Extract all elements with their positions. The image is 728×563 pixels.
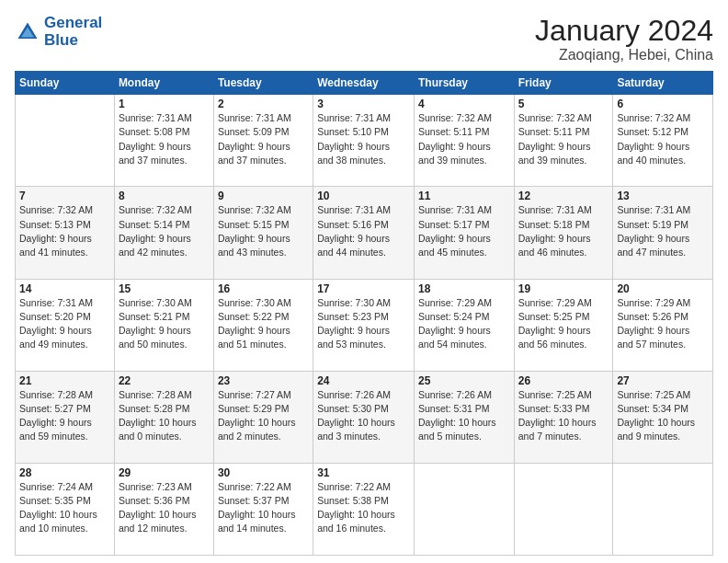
day-number-22: 22: [119, 374, 210, 387]
day-number-1: 1: [119, 98, 210, 110]
calendar-cell-w3-d6: 27Sunrise: 7:25 AM Sunset: 5:34 PM Dayli…: [613, 371, 713, 463]
day-number-15: 15: [119, 282, 210, 295]
day-info-16: Sunrise: 7:30 AM Sunset: 5:22 PM Dayligh…: [218, 296, 309, 352]
calendar-cell-w0-d1: 1Sunrise: 7:31 AM Sunset: 5:08 PM Daylig…: [114, 95, 213, 187]
calendar-cell-w1-d2: 9Sunrise: 7:32 AM Sunset: 5:15 PM Daylig…: [213, 187, 313, 279]
day-number-21: 21: [19, 374, 110, 387]
calendar-cell-w4-d0: 28Sunrise: 7:24 AM Sunset: 5:35 PM Dayli…: [16, 463, 115, 555]
day-number-30: 30: [218, 466, 309, 479]
day-info-31: Sunrise: 7:22 AM Sunset: 5:38 PM Dayligh…: [317, 480, 410, 536]
calendar-cell-w1-d1: 8Sunrise: 7:32 AM Sunset: 5:14 PM Daylig…: [114, 187, 213, 279]
day-info-9: Sunrise: 7:32 AM Sunset: 5:15 PM Dayligh…: [218, 203, 309, 259]
day-number-24: 24: [317, 374, 410, 387]
day-number-26: 26: [518, 374, 609, 387]
calendar-cell-w3-d2: 23Sunrise: 7:27 AM Sunset: 5:29 PM Dayli…: [213, 371, 313, 463]
day-info-30: Sunrise: 7:22 AM Sunset: 5:37 PM Dayligh…: [218, 480, 309, 536]
calendar-cell-w4-d3: 31Sunrise: 7:22 AM Sunset: 5:38 PM Dayli…: [313, 463, 415, 555]
day-info-4: Sunrise: 7:32 AM Sunset: 5:11 PM Dayligh…: [418, 111, 510, 167]
calendar-cell-w2-d3: 17Sunrise: 7:30 AM Sunset: 5:23 PM Dayli…: [313, 279, 415, 371]
day-number-3: 3: [317, 98, 410, 110]
day-number-18: 18: [418, 282, 510, 295]
header-monday: Monday: [114, 72, 213, 95]
calendar-cell-w4-d2: 30Sunrise: 7:22 AM Sunset: 5:37 PM Dayli…: [213, 463, 313, 555]
calendar-cell-w2-d2: 16Sunrise: 7:30 AM Sunset: 5:22 PM Dayli…: [213, 279, 313, 371]
day-info-25: Sunrise: 7:26 AM Sunset: 5:31 PM Dayligh…: [418, 388, 510, 444]
calendar-cell-w2-d4: 18Sunrise: 7:29 AM Sunset: 5:24 PM Dayli…: [414, 279, 514, 371]
calendar-cell-w3-d5: 26Sunrise: 7:25 AM Sunset: 5:33 PM Dayli…: [514, 371, 613, 463]
calendar-cell-w4-d5: [514, 463, 613, 555]
calendar-cell-w1-d0: 7Sunrise: 7:32 AM Sunset: 5:13 PM Daylig…: [16, 187, 115, 279]
day-number-11: 11: [418, 190, 510, 202]
day-number-23: 23: [218, 374, 309, 387]
day-info-29: Sunrise: 7:23 AM Sunset: 5:36 PM Dayligh…: [119, 480, 210, 536]
day-number-19: 19: [518, 282, 609, 295]
day-number-5: 5: [518, 98, 609, 110]
calendar-cell-w2-d6: 20Sunrise: 7:29 AM Sunset: 5:26 PM Dayli…: [613, 279, 713, 371]
day-number-2: 2: [218, 98, 309, 110]
day-number-27: 27: [617, 374, 709, 387]
header-sunday: Sunday: [16, 72, 115, 95]
day-info-18: Sunrise: 7:29 AM Sunset: 5:24 PM Dayligh…: [418, 296, 510, 352]
day-info-6: Sunrise: 7:32 AM Sunset: 5:12 PM Dayligh…: [617, 111, 709, 167]
calendar-cell-w1-d5: 12Sunrise: 7:31 AM Sunset: 5:18 PM Dayli…: [514, 187, 613, 279]
calendar-cell-w0-d4: 4Sunrise: 7:32 AM Sunset: 5:11 PM Daylig…: [414, 95, 514, 187]
logo-icon: [15, 19, 40, 45]
day-number-28: 28: [19, 466, 110, 479]
week-row-0: 1Sunrise: 7:31 AM Sunset: 5:08 PM Daylig…: [16, 95, 713, 187]
day-number-20: 20: [617, 282, 709, 295]
calendar-cell-w0-d5: 5Sunrise: 7:32 AM Sunset: 5:11 PM Daylig…: [514, 95, 613, 187]
calendar-cell-w0-d0: [16, 95, 115, 187]
day-number-6: 6: [617, 98, 709, 110]
week-row-1: 7Sunrise: 7:32 AM Sunset: 5:13 PM Daylig…: [16, 187, 713, 279]
calendar-cell-w0-d6: 6Sunrise: 7:32 AM Sunset: 5:12 PM Daylig…: [613, 95, 713, 187]
logo-text: General Blue: [44, 15, 102, 49]
day-info-12: Sunrise: 7:31 AM Sunset: 5:18 PM Dayligh…: [518, 203, 609, 259]
calendar-cell-w4-d6: [613, 463, 713, 555]
day-info-22: Sunrise: 7:28 AM Sunset: 5:28 PM Dayligh…: [119, 388, 210, 444]
day-number-9: 9: [218, 190, 309, 202]
day-info-5: Sunrise: 7:32 AM Sunset: 5:11 PM Dayligh…: [518, 111, 609, 167]
day-number-25: 25: [418, 374, 510, 387]
day-info-23: Sunrise: 7:27 AM Sunset: 5:29 PM Dayligh…: [218, 388, 309, 444]
logo: General Blue: [15, 15, 102, 49]
calendar-cell-w3-d1: 22Sunrise: 7:28 AM Sunset: 5:28 PM Dayli…: [114, 371, 213, 463]
calendar-cell-w2-d1: 15Sunrise: 7:30 AM Sunset: 5:21 PM Dayli…: [114, 279, 213, 371]
calendar-cell-w0-d2: 2Sunrise: 7:31 AM Sunset: 5:09 PM Daylig…: [213, 95, 313, 187]
calendar-cell-w1-d4: 11Sunrise: 7:31 AM Sunset: 5:17 PM Dayli…: [414, 187, 514, 279]
calendar-cell-w3-d0: 21Sunrise: 7:28 AM Sunset: 5:27 PM Dayli…: [16, 371, 115, 463]
day-info-3: Sunrise: 7:31 AM Sunset: 5:10 PM Dayligh…: [317, 111, 410, 167]
day-info-14: Sunrise: 7:31 AM Sunset: 5:20 PM Dayligh…: [19, 296, 110, 352]
title-block: January 2024 Zaoqiang, Hebei, China: [535, 15, 713, 63]
day-info-26: Sunrise: 7:25 AM Sunset: 5:33 PM Dayligh…: [518, 388, 609, 444]
header-friday: Friday: [514, 72, 613, 95]
day-info-2: Sunrise: 7:31 AM Sunset: 5:09 PM Dayligh…: [218, 111, 309, 167]
weekday-header-row: Sunday Monday Tuesday Wednesday Thursday…: [16, 72, 713, 95]
week-row-3: 21Sunrise: 7:28 AM Sunset: 5:27 PM Dayli…: [16, 371, 713, 463]
day-info-1: Sunrise: 7:31 AM Sunset: 5:08 PM Dayligh…: [119, 111, 210, 167]
calendar-cell-w2-d5: 19Sunrise: 7:29 AM Sunset: 5:25 PM Dayli…: [514, 279, 613, 371]
day-info-21: Sunrise: 7:28 AM Sunset: 5:27 PM Dayligh…: [19, 388, 110, 444]
day-info-15: Sunrise: 7:30 AM Sunset: 5:21 PM Dayligh…: [119, 296, 210, 352]
day-number-17: 17: [317, 282, 410, 295]
day-info-27: Sunrise: 7:25 AM Sunset: 5:34 PM Dayligh…: [617, 388, 709, 444]
calendar-cell-w1-d3: 10Sunrise: 7:31 AM Sunset: 5:16 PM Dayli…: [313, 187, 415, 279]
header-thursday: Thursday: [414, 72, 514, 95]
day-number-8: 8: [119, 190, 210, 202]
calendar-table: Sunday Monday Tuesday Wednesday Thursday…: [15, 71, 713, 556]
calendar-cell-w4-d4: [414, 463, 514, 555]
header: General Blue January 2024 Zaoqiang, Hebe…: [15, 15, 713, 63]
day-info-10: Sunrise: 7:31 AM Sunset: 5:16 PM Dayligh…: [317, 203, 410, 259]
calendar-cell-w3-d4: 25Sunrise: 7:26 AM Sunset: 5:31 PM Dayli…: [414, 371, 514, 463]
day-info-11: Sunrise: 7:31 AM Sunset: 5:17 PM Dayligh…: [418, 203, 510, 259]
day-number-31: 31: [317, 466, 410, 479]
header-tuesday: Tuesday: [213, 72, 313, 95]
week-row-2: 14Sunrise: 7:31 AM Sunset: 5:20 PM Dayli…: [16, 279, 713, 371]
day-number-10: 10: [317, 190, 410, 202]
calendar-cell-w2-d0: 14Sunrise: 7:31 AM Sunset: 5:20 PM Dayli…: [16, 279, 115, 371]
day-number-13: 13: [617, 190, 709, 202]
day-info-28: Sunrise: 7:24 AM Sunset: 5:35 PM Dayligh…: [19, 480, 110, 536]
day-number-16: 16: [218, 282, 309, 295]
calendar-cell-w0-d3: 3Sunrise: 7:31 AM Sunset: 5:10 PM Daylig…: [313, 95, 415, 187]
day-number-29: 29: [119, 466, 210, 479]
day-info-7: Sunrise: 7:32 AM Sunset: 5:13 PM Dayligh…: [19, 203, 110, 259]
